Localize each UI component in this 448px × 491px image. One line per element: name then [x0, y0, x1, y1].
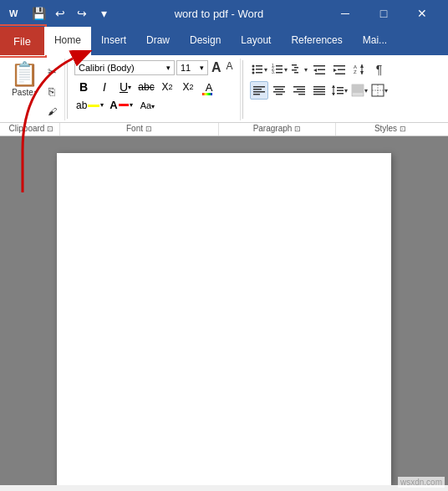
svg-rect-35 — [273, 86, 285, 88]
title-bar-controls: W — [7, 7, 20, 20]
svg-rect-24 — [338, 69, 345, 71]
numbering-button[interactable]: 1. 2. 3. ▾ — [270, 60, 288, 79]
font-size-controls: A A — [210, 60, 235, 75]
paragraph-group: ▾ 1. 2. 3. ▾ — [245, 59, 394, 120]
clipboard-label-text: Clipboard — [9, 124, 45, 133]
italic-button[interactable]: I — [95, 78, 114, 96]
clipboard-group: 📋 Paste ▾ ✂ ⎘ 🖌 — [3, 59, 65, 120]
tab-draw[interactable]: Draw — [136, 27, 180, 55]
document-page[interactable] — [57, 153, 391, 485]
ribbon-body: 📋 Paste ▾ ✂ ⎘ 🖌 Calibri (Body) — [0, 55, 448, 136]
font-color-button[interactable]: A ▾ — [108, 98, 134, 112]
paragraph-group-label[interactable]: Paragraph ⊡ — [219, 123, 336, 136]
decrease-indent-button[interactable] — [310, 60, 328, 79]
svg-rect-22 — [333, 65, 345, 67]
borders-button[interactable]: ▾ — [370, 81, 389, 100]
svg-rect-44 — [313, 89, 325, 90]
tab-layout[interactable]: Layout — [231, 27, 281, 55]
shading-button[interactable]: ▾ — [350, 81, 369, 100]
svg-text:W: W — [9, 8, 18, 18]
justify-button[interactable] — [310, 81, 328, 100]
bold-button[interactable]: B — [74, 78, 93, 96]
svg-rect-36 — [275, 89, 283, 90]
svg-rect-16 — [292, 69, 297, 71]
font-group-label[interactable]: Font ⊡ — [60, 123, 219, 136]
svg-rect-39 — [293, 86, 305, 88]
svg-rect-46 — [313, 94, 325, 95]
tab-home[interactable]: Home — [44, 27, 91, 55]
show-hide-button[interactable]: ¶ — [370, 60, 389, 79]
svg-rect-52 — [337, 93, 344, 95]
document-title: word to pdf - Word — [112, 8, 326, 20]
tab-insert[interactable]: Insert — [91, 27, 136, 55]
svg-rect-25 — [335, 74, 345, 75]
tab-references[interactable]: References — [281, 27, 352, 55]
svg-point-6 — [252, 72, 254, 74]
align-center-button[interactable] — [270, 81, 288, 100]
align-right-button[interactable] — [290, 81, 308, 100]
subscript-button[interactable]: X2 — [158, 78, 176, 96]
svg-text:3.: 3. — [272, 69, 275, 74]
close-button[interactable]: ✕ — [403, 0, 441, 27]
svg-rect-18 — [313, 65, 325, 67]
cut-button[interactable]: ✂ — [43, 62, 61, 80]
ribbon-tabs: File Home Insert Draw Design Layout Refe… — [0, 27, 448, 55]
minimize-button[interactable]: ─ — [326, 0, 364, 27]
paste-icon: 📋 — [10, 62, 39, 88]
svg-rect-21 — [315, 74, 325, 75]
styles-expand-icon[interactable]: ⊡ — [400, 125, 406, 133]
underline-button[interactable]: U ▾ — [116, 78, 135, 96]
svg-point-4 — [252, 69, 254, 71]
format-painter-button[interactable]: 🖌 — [43, 102, 61, 120]
svg-rect-31 — [253, 86, 265, 88]
clipboard-group-label[interactable]: Clipboard ⊡ — [3, 123, 60, 136]
svg-rect-45 — [313, 91, 325, 93]
maximize-button[interactable]: □ — [364, 0, 403, 27]
svg-rect-37 — [273, 91, 285, 93]
grow-font-button[interactable]: A — [210, 60, 223, 75]
clear-formatting-button[interactable]: A — [200, 78, 218, 96]
strikethrough-button[interactable]: abc — [137, 78, 155, 96]
svg-rect-42 — [298, 94, 305, 95]
paragraph-expand-icon[interactable]: ⊡ — [294, 125, 301, 133]
document-area — [0, 136, 448, 485]
font-expand-icon[interactable]: ⊡ — [145, 125, 152, 133]
font-row1: Calibri (Body) ▾ 11 ▾ A A — [74, 60, 235, 75]
svg-rect-3 — [256, 65, 262, 67]
tab-file[interactable]: File — [0, 27, 44, 55]
svg-rect-7 — [256, 72, 262, 74]
svg-rect-5 — [256, 69, 262, 70]
svg-rect-54 — [352, 84, 364, 93]
customize-quick-access-button[interactable]: ▾ — [95, 5, 112, 22]
increase-indent-button[interactable] — [330, 60, 349, 79]
styles-label-text: Styles — [374, 124, 397, 133]
svg-marker-19 — [313, 69, 317, 72]
bullets-button[interactable]: ▾ — [250, 60, 268, 79]
line-spacing-button[interactable]: ▾ — [330, 81, 349, 100]
svg-rect-17 — [294, 72, 298, 74]
multilevel-list-button[interactable]: ▾ — [290, 60, 308, 79]
font-size-selector[interactable]: 11 ▾ — [176, 60, 208, 75]
superscript-button[interactable]: X2 — [179, 78, 197, 96]
align-left-button[interactable] — [250, 81, 268, 100]
svg-rect-51 — [337, 90, 344, 92]
save-button[interactable]: 💾 — [30, 5, 47, 22]
shrink-font-button[interactable]: A — [225, 60, 235, 75]
svg-rect-32 — [253, 89, 262, 90]
styles-group-label[interactable]: Styles ⊡ — [336, 123, 445, 136]
font-selector[interactable]: Calibri (Body) ▾ — [74, 60, 175, 75]
svg-rect-15 — [294, 67, 298, 69]
clipboard-expand-icon[interactable]: ⊡ — [47, 125, 53, 133]
tab-design[interactable]: Design — [180, 27, 231, 55]
paste-button[interactable]: 📋 Paste ▾ — [7, 60, 43, 99]
undo-button[interactable]: ↩ — [52, 5, 69, 22]
copy-button[interactable]: ⎘ — [43, 82, 61, 100]
tab-mailings[interactable]: Mai... — [353, 27, 397, 55]
svg-rect-33 — [253, 91, 265, 93]
sort-button[interactable]: A Z — [350, 60, 369, 79]
change-case-button[interactable]: Aa▾ — [137, 99, 158, 112]
text-highlight-button[interactable]: ab ▾ — [74, 99, 105, 112]
svg-point-2 — [252, 65, 254, 68]
redo-button[interactable]: ↪ — [74, 5, 90, 22]
paste-label: Paste ▾ — [12, 88, 38, 97]
